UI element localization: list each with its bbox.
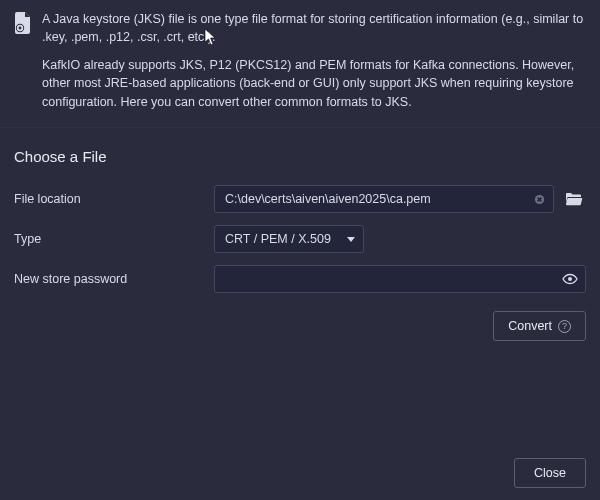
eye-icon[interactable]: [560, 269, 580, 289]
section-title: Choose a File: [14, 146, 586, 168]
row-file-location: File location: [14, 185, 586, 213]
help-icon: ?: [558, 320, 571, 333]
file-location-label: File location: [14, 190, 214, 208]
type-label: Type: [14, 230, 214, 248]
close-button[interactable]: Close: [514, 458, 586, 488]
password-input[interactable]: [214, 265, 586, 293]
form-section: Choose a File File location: [0, 127, 600, 294]
clear-icon[interactable]: [530, 190, 548, 208]
svg-point-4: [568, 277, 572, 281]
convert-row: Convert ?: [0, 305, 600, 341]
convert-button-label: Convert: [508, 319, 552, 333]
info-paragraph-2: KafkIO already supports JKS, P12 (PKCS12…: [42, 56, 586, 110]
file-cert-icon: [14, 10, 32, 121]
password-label: New store password: [14, 270, 214, 288]
type-select-value: CRT / PEM / X.509: [225, 230, 331, 248]
convert-button[interactable]: Convert ?: [493, 311, 586, 341]
info-paragraph-1: A Java keystore (JKS) file is one type f…: [42, 10, 586, 46]
footer: Close: [514, 458, 586, 488]
row-type: Type CRT / PEM / X.509: [14, 225, 586, 253]
file-location-input[interactable]: [214, 185, 554, 213]
chevron-down-icon: [347, 237, 355, 242]
info-block: A Java keystore (JKS) file is one type f…: [0, 0, 600, 127]
info-text: A Java keystore (JKS) file is one type f…: [42, 10, 586, 121]
row-password: New store password: [14, 265, 586, 293]
folder-open-icon[interactable]: [562, 187, 586, 211]
close-button-label: Close: [534, 466, 566, 480]
svg-point-2: [19, 27, 22, 30]
type-select[interactable]: CRT / PEM / X.509: [214, 225, 364, 253]
